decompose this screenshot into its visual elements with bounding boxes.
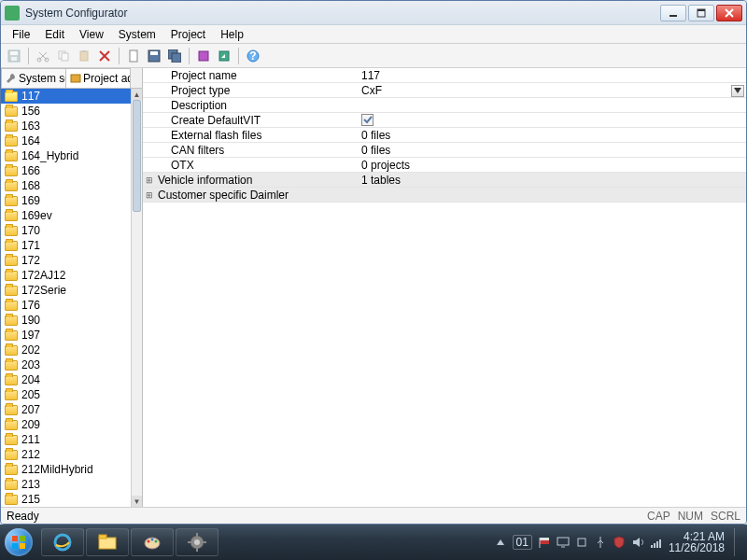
tree-item[interactable]: 202 [1, 343, 131, 357]
property-row[interactable]: External flash files0 files [143, 128, 746, 143]
folder-icon [5, 345, 18, 356]
separator [189, 48, 190, 64]
expand-icon[interactable]: ⊞ [143, 175, 156, 185]
property-value[interactable]: 0 projects [359, 159, 746, 172]
tree-item[interactable]: 212MildHybrid [1, 462, 131, 477]
tree-item[interactable]: 212 [1, 447, 131, 462]
tree-item[interactable]: 211 [1, 432, 131, 447]
property-value[interactable]: 0 files [359, 129, 746, 142]
tree-item[interactable]: 209 [1, 417, 131, 432]
flag-icon[interactable] [538, 536, 551, 549]
device-icon[interactable] [575, 536, 588, 549]
start-button[interactable] [0, 525, 37, 560]
tree-item[interactable]: 213 [1, 477, 131, 492]
scroll-down-icon[interactable]: ▼ [132, 496, 142, 507]
menu-system[interactable]: System [111, 26, 163, 43]
tree-item[interactable]: 166 [1, 163, 131, 178]
property-value[interactable]: CxF [359, 84, 746, 97]
property-row[interactable]: CAN filters0 files [143, 143, 746, 158]
menu-file[interactable]: File [5, 26, 37, 43]
tree-item[interactable]: 169ev [1, 208, 131, 223]
tool-config-icon[interactable] [194, 47, 213, 65]
left-panel: System sett... Project ad... 11715616316… [1, 68, 143, 507]
tree-item[interactable]: 172AJ12 [1, 268, 131, 283]
paste-icon[interactable] [75, 47, 93, 65]
property-value[interactable]: 0 files [359, 144, 746, 157]
show-desktop-button[interactable] [734, 528, 743, 556]
property-row[interactable]: Description [143, 98, 746, 113]
taskbar-configurator[interactable] [176, 528, 218, 556]
dropdown-icon[interactable] [731, 85, 744, 97]
menu-project[interactable]: Project [163, 26, 213, 43]
tab-label: Project ad... [83, 72, 131, 85]
tab-project-admin[interactable]: Project ad... [65, 68, 131, 88]
folder-icon [5, 330, 18, 341]
property-row[interactable]: Create DefaultVIT [143, 113, 746, 128]
tree-item-label: 202 [21, 343, 40, 357]
tray-up-icon[interactable] [494, 536, 507, 549]
monitor-icon[interactable] [557, 536, 570, 549]
tree-item[interactable]: 168 [1, 178, 131, 193]
paint-icon [143, 533, 162, 552]
tab-system-settings[interactable]: System sett... [1, 68, 66, 88]
usb-icon[interactable] [594, 536, 607, 549]
tree-item[interactable]: 176 [1, 298, 131, 313]
tree-item-label: 190 [21, 314, 40, 327]
minimize-button[interactable] [660, 5, 686, 21]
language-indicator[interactable]: 01 [513, 535, 532, 550]
menu-view[interactable]: View [72, 26, 111, 43]
tree-item[interactable]: 204 [1, 372, 131, 387]
tree-item[interactable]: 163 [1, 119, 131, 133]
tree-item[interactable]: 205 [1, 387, 131, 402]
tree-item[interactable]: 190 [1, 313, 131, 328]
save-doc-icon[interactable] [145, 47, 163, 65]
property-group[interactable]: ⊞Customer specific Daimler [143, 188, 746, 203]
tree-item[interactable]: 164 [1, 133, 131, 148]
taskbar-clock[interactable]: 4:21 AM 11/26/2018 [669, 531, 725, 553]
property-row[interactable]: Project name117 [143, 68, 746, 83]
tree-item[interactable]: 164_Hybrid [1, 148, 131, 163]
tree-item[interactable]: 203 [1, 357, 131, 372]
close-button[interactable] [716, 5, 742, 21]
checkbox-icon[interactable] [361, 114, 374, 126]
copy-icon[interactable] [54, 47, 73, 65]
help-icon[interactable]: ? [244, 47, 262, 65]
tree-item[interactable]: 117 [1, 89, 131, 104]
delete-icon[interactable] [95, 47, 114, 65]
property-value[interactable] [359, 113, 746, 128]
tree-item[interactable]: 197 [1, 328, 131, 343]
taskbar-explorer[interactable] [86, 528, 129, 556]
tree-item[interactable]: 171 [1, 238, 131, 253]
tree-item[interactable]: 207 [1, 402, 131, 417]
scroll-thumb[interactable] [133, 100, 141, 212]
tree-item[interactable]: 172Serie [1, 283, 131, 298]
expand-icon[interactable]: ⊞ [143, 190, 156, 200]
network-icon[interactable] [650, 536, 663, 549]
new-doc-icon[interactable] [124, 47, 143, 65]
tree-item[interactable]: 156 [1, 104, 131, 119]
property-value[interactable]: 117 [359, 69, 746, 82]
maximize-button[interactable] [688, 5, 714, 21]
project-tree[interactable]: 117156163164164_Hybrid166168169169ev1701… [1, 89, 131, 507]
folder-icon [5, 465, 18, 475]
save-all-icon[interactable] [165, 47, 184, 65]
tree-item[interactable]: 170 [1, 223, 131, 238]
tree-scrollbar[interactable]: ▲ ▼ [131, 89, 142, 507]
property-group[interactable]: ⊞Vehicle information1 tables [143, 173, 746, 188]
shield-icon[interactable] [613, 536, 626, 549]
taskbar-ie[interactable] [41, 528, 84, 556]
volume-icon[interactable] [631, 536, 644, 549]
taskbar-paint[interactable] [131, 528, 174, 556]
tree-item[interactable]: 172 [1, 253, 131, 268]
scroll-up-icon[interactable]: ▲ [132, 89, 142, 100]
save-icon[interactable] [5, 47, 23, 65]
menu-help[interactable]: Help [213, 26, 251, 43]
tree-item[interactable]: 215 [1, 492, 131, 507]
tool-launch-icon[interactable] [215, 47, 233, 65]
menu-edit[interactable]: Edit [37, 26, 72, 43]
clock-date: 11/26/2018 [669, 542, 725, 553]
property-row[interactable]: OTX0 projects [143, 158, 746, 173]
tree-item[interactable]: 169 [1, 193, 131, 208]
cut-icon[interactable] [34, 47, 52, 65]
property-row[interactable]: Project typeCxF [143, 83, 746, 98]
